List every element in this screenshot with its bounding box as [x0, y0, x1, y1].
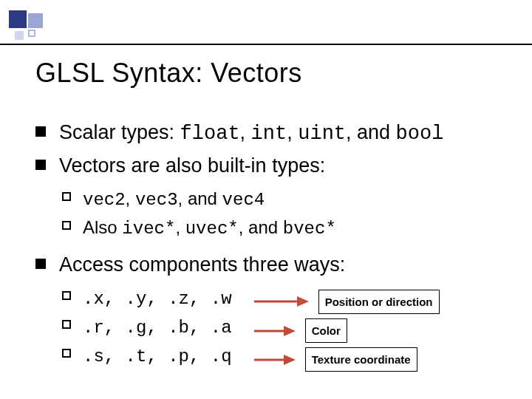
- bullet-scalar-types: Scalar types: float, int, uint, and bool: [35, 118, 510, 149]
- code-bvec: bvec*: [283, 219, 336, 239]
- bullet-list: Scalar types: float, int, uint, and bool…: [35, 118, 510, 370]
- arrow-icon: [251, 352, 296, 368]
- code-vec3: vec3: [135, 190, 178, 210]
- swizzle-rgba: .r, .g, .b, .a: [83, 314, 232, 341]
- slide-title: GLSL Syntax: Vectors: [35, 58, 302, 89]
- label-texture-coordinate: Texture coordinate: [305, 347, 417, 372]
- text: ,: [287, 121, 298, 143]
- arrow-icon: [251, 323, 296, 339]
- sub-bullet-list: vec2, vec3, and vec4 Also ivec*, uvec*, …: [59, 185, 510, 242]
- code-uvec: uvec*: [185, 219, 239, 239]
- access-row-stpq: .s, .t, .p, .q Texture coordinate: [59, 341, 510, 370]
- arrow-label-position: Position or direction: [251, 287, 440, 314]
- code-bool: bool: [396, 123, 444, 145]
- code-vec4: vec4: [222, 190, 265, 210]
- text: Access components three ways:: [59, 253, 345, 276]
- bullet-access: Access components three ways: .x, .y, .z…: [35, 250, 510, 371]
- swizzle-xyzw: .x, .y, .z, .w: [83, 285, 232, 313]
- arrow-icon: [251, 293, 309, 310]
- bullet-vectors-builtin: Vectors are also built-in types: vec2, v…: [35, 151, 510, 243]
- deco-square: [15, 31, 24, 40]
- text: Also: [83, 217, 122, 237]
- deco-square: [9, 10, 27, 28]
- slide-body: Scalar types: float, int, uint, and bool…: [35, 118, 510, 378]
- text: , and: [178, 188, 222, 208]
- access-row-rgba: .r, .g, .b, .a Color: [59, 313, 510, 341]
- swizzle-stpq: .s, .t, .p, .q: [83, 343, 232, 370]
- text: ,: [240, 121, 251, 143]
- text: , and: [239, 217, 283, 237]
- svg-marker-1: [297, 296, 309, 307]
- deco-square: [28, 30, 35, 37]
- svg-marker-5: [284, 355, 296, 365]
- code-int: int: [251, 123, 287, 145]
- code-ivec: ivec*: [122, 219, 175, 239]
- slide: GLSL Syntax: Vectors Scalar types: float…: [0, 0, 532, 399]
- text: , and: [346, 121, 396, 143]
- access-row-xyzw: .x, .y, .z, .w Position or direction: [59, 284, 510, 313]
- text: Scalar types:: [59, 121, 180, 143]
- code-float: float: [180, 123, 240, 145]
- text: ,: [126, 188, 135, 208]
- horizontal-rule: [0, 44, 532, 45]
- arrow-label-color: Color: [251, 316, 347, 343]
- sub-bullet-list: .x, .y, .z, .w Position or direction .r,…: [59, 284, 510, 371]
- text: ,: [175, 217, 185, 237]
- code-uint: uint: [298, 123, 346, 145]
- sub-bullet-also: Also ivec*, uvec*, and bvec*: [59, 214, 510, 242]
- svg-marker-3: [284, 326, 296, 336]
- label-color: Color: [305, 318, 347, 343]
- label-position-or-direction: Position or direction: [318, 290, 440, 314]
- code-vec2: vec2: [83, 190, 126, 210]
- sub-bullet-vec: vec2, vec3, and vec4: [59, 185, 510, 214]
- arrow-label-texture: Texture coordinate: [251, 344, 417, 372]
- deco-square: [28, 13, 43, 28]
- text: Vectors are also built-in types:: [59, 154, 325, 177]
